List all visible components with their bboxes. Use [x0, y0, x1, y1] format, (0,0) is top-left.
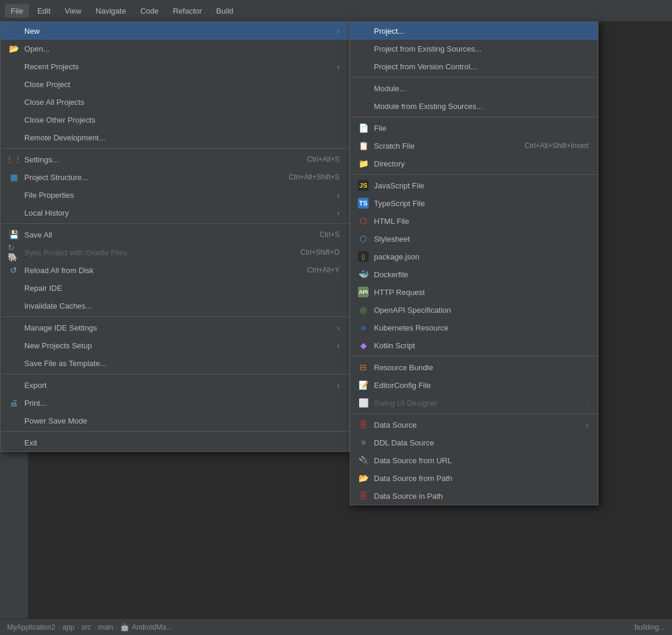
invalidate-icon — [8, 300, 20, 312]
new-submenu-project-vcs[interactable]: Project from Version Control... — [350, 57, 598, 75]
new-sep-4 — [350, 356, 598, 357]
menu-item-close-all[interactable]: Close All Projects — [1, 93, 349, 111]
data-source-arrow-icon: › — [586, 421, 588, 429]
css-icon: ⬡ — [357, 233, 369, 245]
new-icon — [8, 25, 20, 37]
menu-item-remote[interactable]: Remote Development... — [1, 129, 349, 146]
local-history-arrow-icon: › — [337, 209, 340, 217]
menu-item-close-project[interactable]: Close Project — [1, 75, 349, 93]
breadcrumb-sep-1: › — [57, 623, 60, 631]
menu-view[interactable]: View — [59, 4, 87, 18]
menu-item-manage-ide[interactable]: Manage IDE Settings › — [1, 319, 349, 336]
power-save-icon — [8, 415, 20, 426]
menu-build[interactable]: Build — [210, 4, 239, 18]
new-submenu-dockerfile[interactable]: 🐳 Dockerfile — [350, 265, 598, 283]
new-submenu-project[interactable]: Project... — [350, 22, 598, 40]
new-submenu-css[interactable]: ⬡ Stylesheet — [350, 230, 598, 248]
menu-item-save-all[interactable]: 💾 Save All Ctrl+S — [1, 226, 349, 243]
menu-item-sync[interactable]: ↻🐘 Sync Project with Gradle Files Ctrl+S… — [1, 243, 349, 261]
menu-item-close-other[interactable]: Close Other Projects — [1, 111, 349, 129]
new-submenu-kubernetes[interactable]: ⎈ Kubernetes Resource — [350, 319, 598, 336]
menubar: File Edit View Navigate Code Refactor Bu… — [0, 0, 672, 21]
new-submenu-module-existing[interactable]: Module from Existing Sources... — [350, 97, 598, 115]
settings-shortcut: Ctrl+Alt+S — [307, 155, 340, 163]
separator-5 — [1, 431, 349, 432]
new-submenu-directory[interactable]: 📁 Directory — [350, 155, 598, 172]
breadcrumb-android-icon: 🤖 — [120, 623, 129, 631]
data-source-in-path-icon: 🗄 — [357, 490, 369, 502]
new-submenu-openapi[interactable]: ◎ OpenAPI Specification — [350, 301, 598, 319]
new-submenu: Project... Project from Existing Sources… — [350, 21, 599, 505]
file-menu-dropdown: New › 📂 Open... Recent Projects › Close … — [0, 21, 350, 452]
new-sep-5 — [350, 413, 598, 414]
breadcrumb-file[interactable]: AndroidMa... — [132, 623, 172, 631]
menu-edit[interactable]: Edit — [31, 4, 56, 18]
new-submenu-data-source-in-path[interactable]: 🗄 Data Source in Path — [350, 487, 598, 505]
breadcrumb-main[interactable]: main — [98, 623, 113, 631]
new-submenu-scratch[interactable]: 📋 Scratch File Ctrl+Alt+Shift+Insert — [350, 137, 598, 155]
sync-shortcut: Ctrl+Shift+O — [300, 248, 340, 256]
close-project-icon — [8, 78, 20, 90]
ddl-icon: ≡ — [357, 437, 369, 448]
package-json-icon: {} — [357, 251, 369, 262]
new-submenu-resource-bundle[interactable]: ⊟ Resource Bundle — [350, 358, 598, 376]
new-submenu-ts[interactable]: TS TypeScript File — [350, 194, 598, 212]
manage-ide-arrow-icon: › — [337, 323, 340, 332]
menu-navigate[interactable]: Navigate — [89, 4, 132, 18]
repair-icon — [8, 282, 20, 294]
menu-item-repair[interactable]: Repair IDE — [1, 279, 349, 297]
menu-refactor[interactable]: Refactor — [167, 4, 208, 18]
menu-item-new[interactable]: New › — [1, 22, 349, 40]
menu-item-local-history[interactable]: Local History › — [1, 204, 349, 222]
open-folder-icon: 📂 — [8, 43, 20, 54]
menu-item-project-structure[interactable]: ▦ Project Structure... Ctrl+Alt+Shift+S — [1, 168, 349, 186]
resource-bundle-icon: ⊟ — [357, 361, 369, 373]
menu-file[interactable]: File — [5, 4, 29, 18]
menu-item-open[interactable]: 📂 Open... — [1, 40, 349, 57]
new-submenu-module[interactable]: Module... — [350, 79, 598, 97]
project-vcs-icon — [357, 60, 369, 72]
new-submenu-html[interactable]: ⬡ HTML File — [350, 212, 598, 230]
new-submenu-http[interactable]: API HTTP Request — [350, 283, 598, 301]
new-submenu-js[interactable]: JS JavaScript File — [350, 177, 598, 194]
new-submenu-data-source-url[interactable]: 🔌 Data Source from URL — [350, 451, 598, 469]
menu-item-print[interactable]: 🖨 Print... — [1, 394, 349, 412]
new-submenu-swing[interactable]: ⬜ Swing UI Designer › — [350, 394, 598, 412]
ts-icon: TS — [357, 197, 369, 209]
local-history-icon — [8, 207, 20, 219]
menu-item-new-projects-setup[interactable]: New Projects Setup › — [1, 336, 349, 354]
breadcrumb-sep-2: › — [76, 623, 79, 631]
new-submenu-data-source[interactable]: 🗄 Data Source › — [350, 416, 598, 434]
scratch-icon: 📋 — [357, 140, 369, 152]
print-icon: 🖨 — [8, 397, 20, 409]
swing-icon: ⬜ — [357, 397, 369, 409]
new-sep-1 — [350, 77, 598, 78]
menu-item-export[interactable]: Export › — [1, 376, 349, 394]
breadcrumb-app[interactable]: MyApplication2 — [7, 623, 55, 631]
new-submenu-project-existing[interactable]: Project from Existing Sources... — [350, 40, 598, 57]
menu-item-recent[interactable]: Recent Projects › — [1, 57, 349, 75]
new-submenu-kotlin-script[interactable]: ◆ Kotlin Script — [350, 336, 598, 354]
reload-shortcut: Ctrl+Alt+Y — [307, 266, 340, 274]
scratch-shortcut: Ctrl+Alt+Shift+Insert — [524, 142, 588, 150]
new-submenu-ddl[interactable]: ≡ DDL Data Source — [350, 434, 598, 451]
menu-code[interactable]: Code — [135, 4, 165, 18]
menu-item-file-properties[interactable]: File Properties › — [1, 186, 349, 204]
menu-item-power-save[interactable]: Power Save Mode — [1, 412, 349, 429]
breadcrumb-app-module[interactable]: app — [62, 623, 74, 631]
recent-arrow-icon: › — [337, 62, 340, 71]
menu-item-exit[interactable]: Exit — [1, 434, 349, 451]
separator-3 — [1, 316, 349, 317]
new-submenu-file[interactable]: 📄 File — [350, 119, 598, 137]
new-submenu-data-source-path[interactable]: 📂 Data Source from Path — [350, 469, 598, 487]
save-template-icon — [8, 357, 20, 369]
menu-item-settings[interactable]: ⋮⋮ Settings... Ctrl+Alt+S — [1, 150, 349, 168]
menu-item-save-template[interactable]: Save File as Template... — [1, 354, 349, 372]
build-status: building... — [635, 623, 665, 631]
breadcrumb-src[interactable]: src — [81, 623, 91, 631]
swing-arrow-icon: › — [586, 399, 588, 408]
new-submenu-editorconfig[interactable]: 📝 EditorConfig File — [350, 376, 598, 394]
menu-item-reload[interactable]: ↺ Reload All from Disk Ctrl+Alt+Y — [1, 261, 349, 279]
menu-item-invalidate[interactable]: Invalidate Caches... — [1, 297, 349, 315]
new-submenu-package-json[interactable]: {} package.json — [350, 248, 598, 265]
